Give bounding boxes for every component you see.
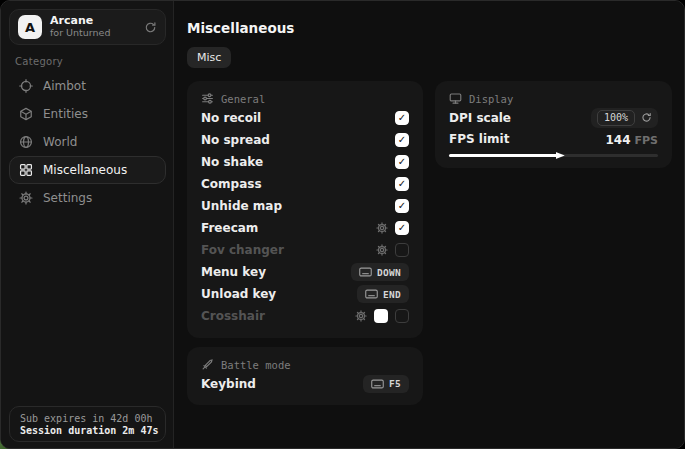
sidebar-item-world[interactable]: World — [9, 128, 166, 156]
brand-title: Arcane — [50, 15, 136, 28]
row-label: Freecam — [201, 221, 258, 235]
keyboard-icon — [371, 379, 384, 389]
row-label: FPS limit — [449, 132, 509, 146]
no-spread-checkbox[interactable] — [395, 133, 409, 147]
card-title: Battle mode — [221, 359, 291, 371]
row-dpi-scale: DPI scale 100% — [449, 108, 658, 128]
row-crosshair: Crosshair — [201, 306, 409, 326]
fps-limit-slider[interactable] — [449, 154, 658, 157]
unhide-map-checkbox[interactable] — [395, 199, 409, 213]
category-label: Category — [15, 56, 63, 67]
row-unload-key: Unload key END — [201, 284, 409, 304]
sliders-icon — [201, 92, 214, 105]
key-text: DOWN — [377, 267, 401, 278]
page-title: Miscellaneous — [187, 20, 294, 36]
row-fov-changer: Fov changer — [201, 240, 409, 260]
crosshair-color-swatch[interactable] — [374, 309, 388, 323]
row-fps-limit: FPS limit 144FPS — [449, 129, 658, 149]
brand-card: A Arcane for Unturned — [9, 9, 166, 45]
row-label: DPI scale — [449, 111, 511, 125]
row-label: No spread — [201, 133, 270, 147]
dpi-value[interactable]: 100% — [597, 110, 635, 126]
slider-thumb[interactable] — [556, 151, 565, 160]
row-label: Compass — [201, 177, 262, 191]
row-battle-keybind: Keybind F5 — [201, 374, 409, 394]
row-label: Fov changer — [201, 243, 284, 257]
no-shake-checkbox[interactable] — [395, 155, 409, 169]
row-label: Unload key — [201, 287, 276, 301]
row-label: No recoil — [201, 111, 261, 125]
unload-key-bind[interactable]: END — [357, 285, 409, 303]
sidebar-nav: Aimbot Entities World — [9, 72, 166, 212]
sidebar-item-settings[interactable]: Settings — [9, 184, 166, 212]
tab-misc[interactable]: Misc — [187, 47, 231, 68]
sidebar-item-label: World — [43, 135, 77, 149]
row-unhide-map: Unhide map — [201, 196, 409, 216]
fps-unit: FPS — [635, 134, 659, 147]
subscription-info: Sub expires in 42d 00h Session duration … — [9, 406, 166, 442]
no-recoil-checkbox[interactable] — [395, 111, 409, 125]
sidebar-item-label: Miscellaneous — [43, 163, 127, 177]
row-no-shake: No shake — [201, 152, 409, 172]
crosshair-checkbox[interactable] — [395, 309, 409, 323]
sub-expiry-text: Sub expires in 42d 00h — [20, 413, 155, 424]
compass-checkbox[interactable] — [395, 177, 409, 191]
key-text: F5 — [389, 378, 401, 389]
session-duration-text: Session duration 2m 47s — [20, 425, 155, 436]
battle-mode-card: Battle mode Keybind F5 — [187, 347, 423, 405]
fov-config-gear-icon[interactable] — [376, 244, 388, 256]
general-card: General No recoil No spread No shake Com… — [187, 81, 423, 338]
row-freecam: Freecam — [201, 218, 409, 238]
brand-logo: A — [18, 15, 42, 39]
dpi-scale-control[interactable]: 100% — [591, 108, 658, 128]
sidebar-item-miscellaneous[interactable]: Miscellaneous — [9, 156, 166, 184]
row-compass: Compass — [201, 174, 409, 194]
sword-icon — [201, 358, 214, 371]
row-menu-key: Menu key DOWN — [201, 262, 409, 282]
keyboard-icon — [359, 267, 372, 277]
row-label: Unhide map — [201, 199, 282, 213]
row-label: No shake — [201, 155, 263, 169]
row-label: Crosshair — [201, 309, 265, 323]
sidebar-item-label: Settings — [43, 191, 92, 205]
row-no-spread: No spread — [201, 130, 409, 150]
sidebar-item-label: Entities — [43, 107, 88, 121]
sidebar-item-aimbot[interactable]: Aimbot — [9, 72, 166, 100]
main-content: Miscellaneous Misc General No recoil — [175, 1, 684, 448]
brand-subtitle: for Unturned — [50, 28, 136, 39]
grid-icon — [19, 163, 33, 177]
row-label: Keybind — [201, 377, 256, 391]
sidebar-item-entities[interactable]: Entities — [9, 100, 166, 128]
reset-icon[interactable] — [641, 112, 652, 123]
sidebar-item-label: Aimbot — [43, 79, 86, 93]
row-label: Menu key — [201, 265, 266, 279]
slider-fill — [449, 154, 560, 157]
crosshair-icon — [19, 79, 33, 93]
card-title: Display — [469, 93, 513, 105]
app-window: A Arcane for Unturned Category — [0, 0, 685, 449]
monitor-icon — [449, 92, 462, 105]
crosshair-config-gear-icon[interactable] — [355, 310, 367, 322]
sync-icon[interactable] — [144, 21, 157, 34]
row-no-recoil: No recoil — [201, 108, 409, 128]
card-title: General — [221, 93, 265, 105]
menu-key-bind[interactable]: DOWN — [351, 263, 409, 281]
sidebar: A Arcane for Unturned Category — [1, 1, 174, 448]
battle-keybind[interactable]: F5 — [363, 375, 409, 393]
freecam-checkbox[interactable] — [395, 221, 409, 235]
key-text: END — [383, 289, 401, 300]
keyboard-icon — [365, 289, 378, 299]
cube-icon — [19, 107, 33, 121]
gear-icon — [19, 191, 33, 205]
fps-value: 144 — [605, 133, 630, 147]
globe-icon — [19, 135, 33, 149]
freecam-config-gear-icon[interactable] — [376, 222, 388, 234]
fov-changer-checkbox[interactable] — [395, 243, 409, 257]
display-card: Display DPI scale 100% — [435, 81, 672, 168]
